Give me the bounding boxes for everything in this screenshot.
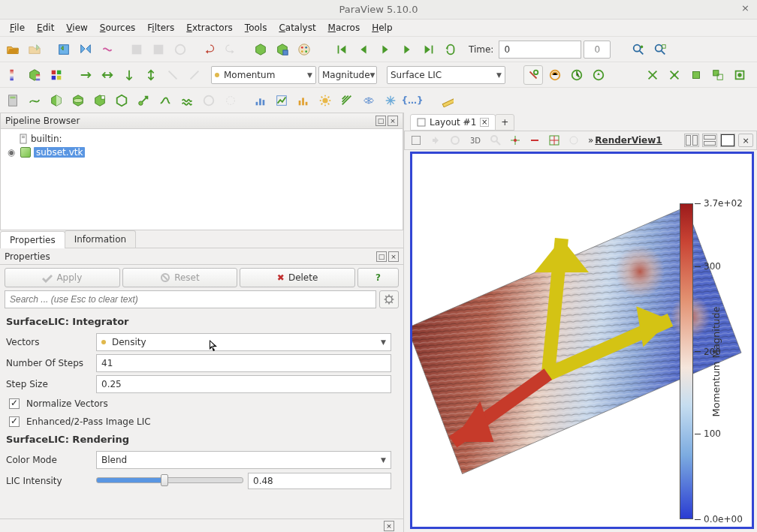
zoom-to-box-button[interactable] xyxy=(650,40,670,59)
status-close-button[interactable]: × xyxy=(384,521,394,531)
dock-close-button[interactable]: × xyxy=(388,116,398,126)
licintensity-value[interactable]: 0.48 xyxy=(248,473,391,489)
mode-3d-button[interactable]: 3D xyxy=(466,132,484,149)
next-frame-button[interactable] xyxy=(397,40,417,59)
props-float-button[interactable]: □ xyxy=(376,251,387,262)
layout-add-tab-button[interactable]: + xyxy=(495,114,514,131)
xy-axis-button[interactable] xyxy=(141,65,161,85)
menu-help[interactable]: Help xyxy=(366,21,397,35)
plus-button[interactable] xyxy=(526,132,543,149)
y-axis-button[interactable] xyxy=(98,65,117,85)
play-button[interactable] xyxy=(375,40,395,59)
rescale-custom-button[interactable] xyxy=(545,65,565,85)
representation-combo[interactable]: Surface LIC▼ xyxy=(387,66,505,84)
pipeline-item[interactable]: ◉ subset.vtk xyxy=(5,146,398,159)
calculator-button[interactable] xyxy=(3,91,23,110)
visibility-eye-icon[interactable]: ◉ xyxy=(5,147,17,158)
normalize-checkbox[interactable] xyxy=(9,398,20,409)
view-close-button[interactable]: × xyxy=(738,134,753,147)
glyph-button[interactable] xyxy=(134,91,153,110)
render-settings-button[interactable] xyxy=(408,132,424,149)
deselect-button[interactable] xyxy=(730,65,749,85)
plot-over-line-button[interactable] xyxy=(272,91,291,110)
threshold-button[interactable] xyxy=(90,91,110,110)
menu-view[interactable]: View xyxy=(61,21,92,35)
undo-button[interactable] xyxy=(200,40,219,59)
camera-undo-button[interactable] xyxy=(427,132,444,149)
stream-tracer-button[interactable] xyxy=(155,91,175,110)
menu-extractors[interactable]: Extractors xyxy=(181,21,238,35)
split-horizontal-button[interactable] xyxy=(684,134,699,147)
prev-frame-button[interactable] xyxy=(354,40,373,59)
select-cells-through-button[interactable] xyxy=(643,65,662,85)
color-dropdown-button[interactable] xyxy=(47,65,66,85)
edit-color-map-button[interactable] xyxy=(25,65,44,85)
help-button[interactable]: ? xyxy=(357,268,399,287)
color-bar[interactable]: 3.7e+023002001000.0e+00 Momentum Magnitu… xyxy=(680,203,747,519)
color-array-combo[interactable]: Momentum▼ xyxy=(211,66,316,84)
menu-filters[interactable]: Filters xyxy=(142,21,179,35)
select-block-button[interactable] xyxy=(686,65,706,85)
colormode-select[interactable]: Blend▼ xyxy=(96,451,391,469)
rescale-data-button[interactable] xyxy=(567,65,587,85)
menu-sources[interactable]: Sources xyxy=(95,21,140,35)
load-palette-button[interactable] xyxy=(127,40,146,59)
menu-edit[interactable]: Edit xyxy=(32,21,59,35)
disconnect-button[interactable] xyxy=(98,40,117,59)
contour-button[interactable] xyxy=(25,91,44,110)
sun-button[interactable] xyxy=(315,91,335,110)
render-view-label[interactable]: RenderView1 xyxy=(588,135,662,146)
scalar-bar-button[interactable] xyxy=(3,65,23,85)
select-block-2-button[interactable] xyxy=(708,65,728,85)
color-palette-button[interactable] xyxy=(294,40,314,59)
properties-search-input[interactable] xyxy=(5,290,376,308)
frame-spinner[interactable]: 0 xyxy=(584,41,611,59)
tab-properties[interactable]: Properties xyxy=(0,231,65,248)
pipeline-root[interactable]: builtin: xyxy=(19,132,398,146)
first-frame-button[interactable] xyxy=(332,40,351,59)
last-frame-button[interactable] xyxy=(419,40,439,59)
slice-button[interactable] xyxy=(68,91,88,110)
mesh-quality-button[interactable] xyxy=(359,91,378,110)
props-close-button[interactable]: × xyxy=(388,251,399,262)
probe-button[interactable] xyxy=(250,91,270,110)
tab-information[interactable]: Information xyxy=(65,230,136,248)
ruler-button[interactable] xyxy=(437,91,457,110)
hover-point-button[interactable] xyxy=(523,65,543,85)
connect-button[interactable] xyxy=(76,40,95,59)
save-screenshot-button[interactable] xyxy=(149,40,168,59)
save-state-button[interactable] xyxy=(54,40,74,59)
color-component-combo[interactable]: Magnitude▼ xyxy=(318,66,377,84)
clip-button[interactable] xyxy=(47,91,66,110)
stepsize-input[interactable]: 0.25 xyxy=(96,375,391,393)
steps-input[interactable]: 41 xyxy=(96,354,391,372)
pipeline-browser[interactable]: builtin: ◉ subset.vtk xyxy=(0,129,403,230)
menu-file[interactable]: File xyxy=(5,21,30,35)
axis-5-button[interactable] xyxy=(163,65,182,85)
maximize-view-button[interactable] xyxy=(720,134,735,147)
center-button[interactable] xyxy=(565,132,582,149)
delete-button[interactable]: ✖ Delete xyxy=(240,268,355,287)
histogram-button[interactable] xyxy=(294,91,313,110)
cube-axes-button[interactable] xyxy=(251,40,270,59)
save-animation-button[interactable] xyxy=(170,40,190,59)
zoom-to-data-button[interactable] xyxy=(629,40,648,59)
dock-float-button[interactable]: □ xyxy=(375,116,386,126)
gradient-button[interactable] xyxy=(337,91,357,110)
extract-button[interactable] xyxy=(112,91,131,110)
select-points-through-button[interactable] xyxy=(665,65,684,85)
camera-redo-button[interactable] xyxy=(447,132,463,149)
crosshair-button[interactable] xyxy=(507,132,523,149)
zoom-fit-button[interactable] xyxy=(487,132,504,149)
time-input[interactable]: 0 xyxy=(499,41,581,59)
layout-tab-close-button[interactable]: × xyxy=(480,118,489,127)
split-vertical-button[interactable] xyxy=(702,134,717,147)
star-button[interactable] xyxy=(381,91,400,110)
extract-sel-button[interactable] xyxy=(221,91,240,110)
rescale-visible-button[interactable] xyxy=(589,65,608,85)
group-button[interactable] xyxy=(199,91,219,110)
menu-tools[interactable]: Tools xyxy=(240,21,273,35)
advanced-toggle-button[interactable] xyxy=(379,290,399,308)
axis-6-button[interactable] xyxy=(185,65,204,85)
render-view[interactable]: 3.7e+023002001000.0e+00 Momentum Magnitu… xyxy=(410,152,754,529)
